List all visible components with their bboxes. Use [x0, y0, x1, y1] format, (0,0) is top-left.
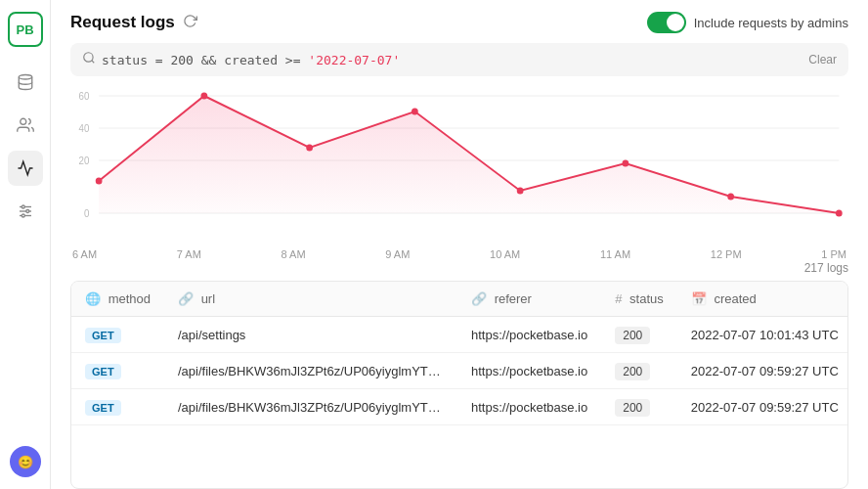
status-badge: 200 — [615, 327, 650, 344]
row-referer: https://pocketbase.io — [457, 353, 601, 389]
table-header-row: 🌐 method 🔗 url 🔗 referer # status — [71, 282, 848, 317]
main-content: Request logs Include requests by admins … — [51, 0, 868, 489]
chart-x-labels: 6 AM 7 AM 8 AM 9 AM 10 AM 11 AM 12 PM 1 … — [70, 248, 848, 260]
chart-point — [836, 210, 843, 217]
search-icon — [82, 51, 96, 68]
calendar-icon: 📅 — [691, 291, 707, 306]
row-method: GET — [71, 353, 164, 389]
row-url: /api/settings — [164, 317, 457, 353]
avatar[interactable]: 😊 — [10, 446, 41, 477]
x-label-1: 7 AM — [177, 248, 201, 260]
sidebar-item-tools[interactable] — [8, 194, 43, 229]
clear-button[interactable]: Clear — [808, 53, 837, 67]
x-label-2: 8 AM — [282, 248, 306, 260]
chart-container: 60 40 20 0 6 AM 7 AM 8 AM 9 AM 10 AM 11 … — [70, 86, 848, 257]
row-status: 200 — [601, 353, 677, 389]
x-label-6: 12 PM — [711, 248, 742, 260]
svg-point-5 — [22, 205, 24, 208]
svg-point-0 — [19, 75, 32, 80]
admin-requests-toggle[interactable] — [647, 12, 686, 33]
toggle-label: Include requests by admins — [694, 16, 848, 30]
x-label-0: 6 AM — [72, 248, 97, 260]
header-left: Request logs — [70, 13, 197, 32]
col-created: 📅 created — [677, 282, 848, 317]
refresh-icon[interactable] — [183, 14, 197, 32]
sidebar: PB 😊 — [0, 0, 51, 489]
query-highlight: '2022-07-07' — [308, 53, 400, 67]
x-label-5: 11 AM — [600, 248, 630, 260]
tools-icon — [17, 202, 34, 220]
x-label-4: 10 AM — [490, 248, 520, 260]
col-method: 🌐 method — [71, 282, 164, 317]
page-title: Request logs — [70, 13, 175, 32]
row-url: /api/files/BHKW36mJl3ZPt6z/UP06yiyglmYTM… — [164, 353, 457, 389]
chart-icon — [17, 159, 34, 177]
search-bar[interactable]: status = 200 && created >= '2022-07-07' … — [70, 43, 848, 76]
logs-table-container[interactable]: 🌐 method 🔗 url 🔗 referer # status — [70, 281, 848, 489]
app-logo[interactable]: PB — [8, 12, 43, 47]
svg-text:60: 60 — [79, 91, 90, 102]
search-query: status = 200 && created >= '2022-07-07' — [102, 53, 803, 67]
method-badge: GET — [85, 364, 121, 379]
status-badge: 200 — [615, 363, 650, 380]
chart-point — [412, 109, 418, 115]
row-created: 2022-07-07 09:59:27 UTC — [677, 353, 848, 389]
status-badge: 200 — [615, 399, 650, 417]
logs-table: 🌐 method 🔗 url 🔗 referer # status — [71, 282, 848, 425]
row-referer: https://pocketbase.io — [457, 389, 601, 425]
svg-line-9 — [92, 61, 95, 64]
svg-point-1 — [20, 118, 25, 124]
svg-text:40: 40 — [79, 123, 90, 134]
link-icon: 🔗 — [178, 291, 194, 306]
col-status: # status — [601, 282, 677, 317]
chart-point — [517, 188, 524, 195]
users-icon — [17, 116, 34, 134]
chart-point — [200, 93, 207, 100]
chart-svg: 60 40 20 0 — [70, 86, 848, 243]
sidebar-item-users[interactable] — [8, 108, 43, 143]
table-row[interactable]: GET /api/files/BHKW36mJl3ZPt6z/UP06yiygl… — [71, 389, 848, 425]
chart-point — [96, 178, 103, 185]
log-count: 217 logs — [70, 261, 848, 275]
svg-text:20: 20 — [79, 156, 90, 166]
table-row[interactable]: GET /api/settings https://pocketbase.io … — [71, 317, 848, 353]
row-created: 2022-07-07 09:59:27 UTC — [677, 389, 848, 425]
col-referer: 🔗 referer — [457, 282, 601, 317]
method-badge: GET — [85, 400, 121, 416]
query-prefix: status = 200 && created >= — [102, 53, 301, 67]
chart-point — [306, 145, 313, 152]
database-icon — [17, 73, 34, 91]
svg-point-7 — [22, 214, 24, 217]
toggle-knob — [667, 14, 684, 31]
table-row[interactable]: GET /api/files/BHKW36mJl3ZPt6z/UP06yiygl… — [71, 353, 848, 389]
method-badge: GET — [85, 328, 121, 343]
svg-point-6 — [25, 210, 28, 213]
svg-text:0: 0 — [84, 208, 90, 219]
col-url: 🔗 url — [164, 282, 457, 317]
chart-point — [727, 194, 734, 200]
row-method: GET — [71, 317, 164, 353]
svg-point-8 — [84, 53, 93, 62]
row-method: GET — [71, 389, 164, 425]
hash-icon: # — [615, 291, 622, 306]
link2-icon: 🔗 — [471, 291, 487, 306]
x-label-7: 1 PM — [821, 248, 846, 260]
sidebar-item-database[interactable] — [8, 65, 43, 100]
header-right: Include requests by admins — [647, 12, 848, 33]
sidebar-item-logs[interactable] — [8, 151, 43, 186]
row-status: 200 — [601, 317, 677, 353]
row-created: 2022-07-07 10:01:43 UTC — [677, 317, 848, 353]
sidebar-bottom: 😊 — [10, 446, 41, 477]
x-label-3: 9 AM — [385, 248, 410, 260]
globe-icon: 🌐 — [85, 291, 101, 306]
chart-point — [622, 160, 629, 167]
header: Request logs Include requests by admins — [70, 0, 848, 43]
row-referer: https://pocketbase.io — [457, 317, 601, 353]
row-url: /api/files/BHKW36mJl3ZPt6z/UP06yiyglmYTM… — [164, 389, 457, 425]
row-status: 200 — [601, 389, 677, 425]
